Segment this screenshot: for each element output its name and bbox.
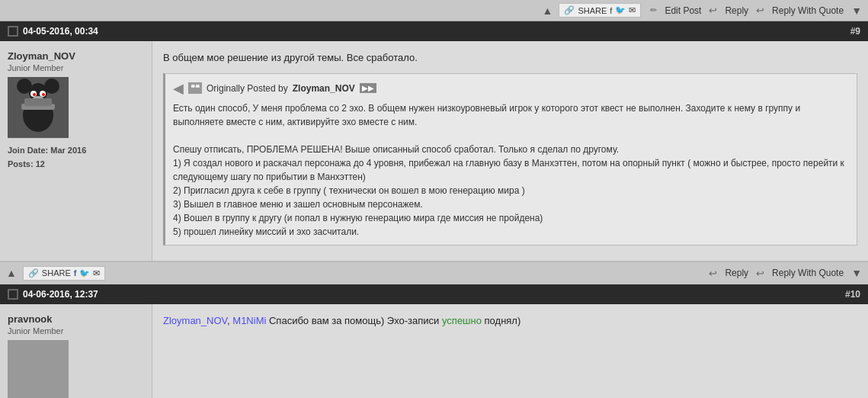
top-footer-left: ▲ 🔗 SHARE f 🐦 ✉	[543, 3, 642, 18]
top-share-box[interactable]: 🔗 SHARE f 🐦 ✉	[559, 3, 641, 18]
svg-rect-11	[24, 98, 52, 106]
post-9-user-rank: Junior Member	[8, 63, 144, 72]
post-9-reply-with-quote-button[interactable]: Reply With Quote	[769, 266, 847, 280]
top-action-bar: ▲ 🔗 SHARE f 🐦 ✉ ✏ Edit Post ↩ Reply ↩ Re…	[0, 0, 868, 21]
post-9-quote: ◀ ❝❝ Originally Posted by Zloyman_NOV ▶▶…	[163, 73, 857, 246]
post-9-share-icon: 🔗	[28, 268, 39, 278]
post-9-share-label: SHARE	[42, 268, 71, 278]
post-9-footer-left: ▲ 🔗 SHARE f 🐦 ✉	[6, 266, 105, 281]
post-10-link-m1nimi[interactable]: M1NiMi	[232, 315, 266, 326]
top-edit-post-button[interactable]: Edit Post	[661, 4, 704, 18]
post-10-link-zloyman[interactable]: Zloyman_NOV	[163, 315, 227, 326]
post-9-number: #9	[850, 26, 860, 37]
top-reply-with-quote-label: Reply With Quote	[772, 5, 844, 16]
post-9-join-date: Mar 2016	[50, 146, 86, 155]
top-reply-with-quote-button[interactable]: Reply With Quote	[769, 4, 847, 18]
quote-left-arrow: ◀	[173, 80, 184, 97]
top-edit-icon: ✏	[650, 5, 657, 15]
top-edit-post-label: Edit Post	[665, 5, 701, 16]
post-9-footer-right: ↩ Reply ↩ Reply With Quote ▼	[709, 266, 862, 280]
post-10-main-text: Zloyman_NOV, M1NiMi Спасибо вам за помощ…	[163, 313, 857, 329]
share-mail-icon: ✉	[629, 5, 636, 15]
post-9-date: 04-05-2016, 00:34	[23, 26, 98, 37]
post-9-reply-with-quote-label: Reply With Quote	[772, 268, 844, 278]
post-9-header: 04-05-2016, 00:34 #9	[0, 21, 868, 41]
svg-point-7	[33, 93, 36, 96]
post-9-footer: ▲ 🔗 SHARE f 🐦 ✉ ↩ Reply ↩ Reply With Quo…	[0, 262, 868, 284]
top-reply-button[interactable]: Reply	[722, 4, 751, 18]
post-9-tw-icon: 🐦	[79, 268, 90, 278]
post-9-join-date-label: Join Date:	[8, 146, 48, 155]
post-9-up-arrow[interactable]: ▲	[6, 267, 17, 279]
top-reply-icon-2: ↩	[756, 5, 764, 16]
post-10-header: 04-06-2016, 12:37 #10	[0, 284, 868, 304]
top-up-arrow[interactable]: ▲	[543, 5, 553, 17]
post-10-user-rank: Junior Member	[8, 326, 144, 335]
post-9-down-arrow[interactable]: ▼	[851, 267, 862, 279]
post-10-new-icon	[8, 289, 18, 300]
top-reply-label: Reply	[725, 5, 748, 16]
post-9-user-meta: Join Date: Mar 2016 Posts: 12	[8, 144, 144, 171]
post-10: 04-06-2016, 12:37 #10 pravnook Junior Me…	[0, 284, 868, 399]
top-reply-icon-1: ↩	[709, 5, 717, 16]
post-9-reply-icon: ↩	[709, 268, 717, 279]
post-9-share-box[interactable]: 🔗 SHARE f 🐦 ✉	[23, 266, 106, 281]
svg-point-8	[42, 93, 45, 96]
post-9-quote-author: Zloyman_NOV	[293, 83, 355, 94]
share-tw-icon: 🐦	[615, 5, 626, 15]
post-9-quote-originally-label: Originally Posted by	[207, 83, 288, 94]
post-10-avatar	[8, 340, 69, 399]
post-9-date-area: 04-05-2016, 00:34	[8, 26, 98, 37]
top-footer-right: ✏ Edit Post ↩ Reply ↩ Reply With Quote ▼	[650, 4, 862, 18]
share-icon: 🔗	[564, 5, 575, 15]
post-10-username: pravnook	[8, 313, 144, 325]
post-10-thanks-text: Спасибо вам за помощь) Эхо-записи	[266, 315, 442, 326]
post-10-end-text: поднял)	[482, 315, 520, 326]
top-share-label: SHARE	[578, 6, 607, 15]
post-9-body: Zloyman_NOV Junior Member	[0, 41, 868, 262]
post-9-new-icon	[8, 26, 18, 37]
share-fb-icon: f	[610, 6, 612, 15]
post-9-username: Zloyman_NOV	[8, 50, 144, 62]
post-9-quote-header: ◀ ❝❝ Originally Posted by Zloyman_NOV ▶▶	[173, 80, 849, 97]
post-9: 04-05-2016, 00:34 #9 Zloyman_NOV Junior …	[0, 21, 868, 284]
post-10-number: #10	[845, 289, 860, 300]
post-9-main-text: В общем мое решение из другой темы. Все …	[163, 50, 857, 66]
post-10-date-area: 04-06-2016, 12:37	[8, 289, 98, 300]
post-9-user-info: Zloyman_NOV Junior Member	[0, 41, 152, 261]
post-9-quote-link-icon[interactable]: ▶▶	[360, 83, 376, 93]
post-10-success-text: успешно	[442, 315, 482, 326]
post-10-body: pravnook Junior Member Join Date: Apr 20…	[0, 304, 868, 399]
post-9-avatar	[8, 77, 69, 138]
svg-point-2	[17, 79, 32, 94]
post-10-content: Zloyman_NOV, M1NiMi Спасибо вам за помощ…	[152, 304, 868, 399]
quote-marks-icon: ❝❝	[188, 82, 202, 94]
post-9-reply-quote-icon: ↩	[756, 268, 764, 279]
post-10-user-info: pravnook Junior Member Join Date: Apr 20…	[0, 304, 152, 399]
svg-point-3	[44, 79, 59, 94]
post-9-fb-icon: f	[74, 268, 77, 278]
post-9-content: В общем мое решение из другой темы. Все …	[152, 41, 868, 261]
post-10-date: 04-06-2016, 12:37	[23, 289, 98, 300]
post-9-quote-text: Есть один способ, У меня проблема со 2 э…	[173, 101, 849, 239]
post-9-posts-label: Posts:	[8, 159, 34, 169]
post-9-reply-button[interactable]: Reply	[722, 266, 751, 280]
post-9-mail-icon: ✉	[93, 268, 100, 278]
post-9-reply-label: Reply	[725, 268, 748, 278]
top-down-arrow[interactable]: ▼	[851, 5, 862, 17]
post-9-posts: 12	[36, 159, 45, 169]
